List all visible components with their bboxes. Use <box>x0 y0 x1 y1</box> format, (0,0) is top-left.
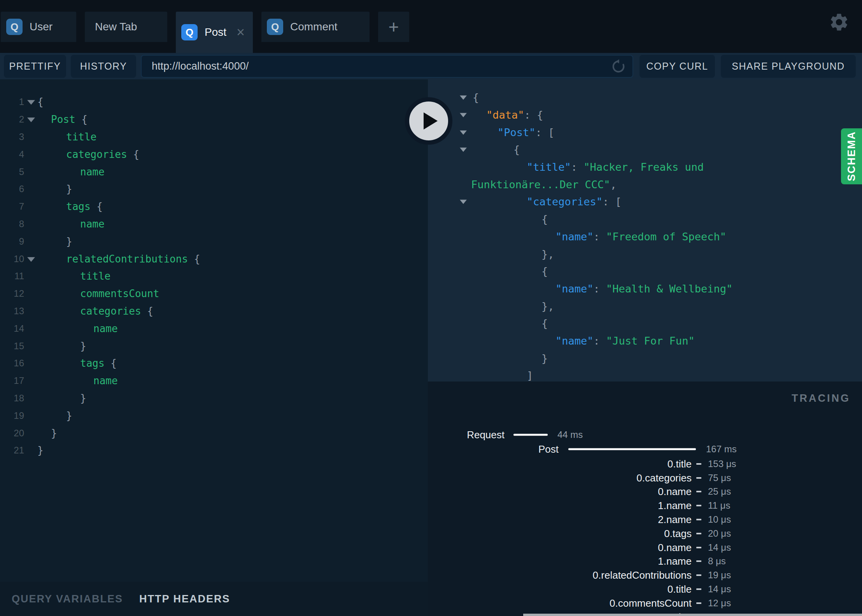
tracing-field-row: 0.name14 μs <box>428 541 862 555</box>
response-line: { <box>428 141 862 158</box>
code-text: Post { <box>51 114 88 125</box>
tracing-field-bar <box>696 574 701 576</box>
tracing-field-label: 0.categories <box>636 472 692 484</box>
tracing-field-duration: 25 μs <box>708 486 731 497</box>
editor-line[interactable]: 3title <box>0 128 428 146</box>
json-text: { <box>541 317 548 329</box>
tracing-field-label: 0.tags <box>664 527 692 539</box>
json-text: "name": "Freedom of Speech" <box>555 230 726 242</box>
fold-arrow-icon[interactable] <box>27 117 35 122</box>
tracing-resolver-duration: 167 ms <box>706 444 737 455</box>
code-text: } <box>80 392 86 404</box>
tab-post[interactable]: QPost× <box>176 12 253 53</box>
tab-comment[interactable]: QComment <box>261 12 370 42</box>
json-text: }, <box>541 300 554 312</box>
tracing-field-bar <box>696 588 701 590</box>
horizontal-scrollbar[interactable] <box>523 614 862 616</box>
tracing-field-row: 0.relatedContributions19 μs <box>428 568 862 582</box>
editor-line[interactable]: 4categories { <box>0 145 428 163</box>
editor-line[interactable]: 6} <box>0 180 428 198</box>
toolbar: PRETTIFY HISTORY COPY CURL SHARE PLAYGRO… <box>0 53 862 79</box>
collapse-arrow-icon[interactable] <box>460 200 467 204</box>
editor-line[interactable]: 5name <box>0 163 428 180</box>
editor-line[interactable]: 12commentsCount <box>0 285 428 303</box>
fold-arrow-icon[interactable] <box>27 257 35 262</box>
query-type-badge: Q <box>181 24 198 40</box>
response-line: } <box>428 349 862 367</box>
line-number: 17 <box>0 375 24 386</box>
collapse-arrow-icon[interactable] <box>460 113 467 117</box>
endpoint-url-bar <box>141 55 633 78</box>
editor-line[interactable]: 15} <box>0 337 428 355</box>
new-tab-button[interactable]: + <box>378 12 409 42</box>
editor-line[interactable]: 2Post { <box>0 111 428 128</box>
collapse-arrow-icon[interactable] <box>460 148 467 152</box>
tracing-field-duration: 75 μs <box>708 472 731 483</box>
query-variables-tab[interactable]: QUERY VARIABLES <box>12 593 123 605</box>
tracing-field-duration: 8 μs <box>708 556 726 567</box>
json-text: { <box>541 265 548 277</box>
line-number: 1 <box>0 96 24 107</box>
schema-side-tab[interactable]: SCHEMA <box>841 128 862 184</box>
editor-line[interactable]: 13categories { <box>0 303 428 320</box>
line-number: 9 <box>0 236 24 247</box>
line-number: 3 <box>0 131 24 142</box>
execute-query-button[interactable] <box>405 97 452 145</box>
code-text: commentsCount <box>80 288 159 299</box>
tracing-field-row: 0.title14 μs <box>428 582 862 596</box>
editor-line[interactable]: 9} <box>0 233 428 250</box>
editor-line[interactable]: 10relatedContributions { <box>0 250 428 268</box>
settings-gear-icon[interactable] <box>829 12 850 33</box>
collapse-arrow-icon[interactable] <box>460 96 467 100</box>
endpoint-url-input[interactable] <box>142 60 611 72</box>
response-line: "categories": [ <box>428 193 862 210</box>
editor-line[interactable]: 21} <box>0 442 428 459</box>
editor-line[interactable]: 1{ <box>0 93 428 111</box>
query-type-badge: Q <box>6 19 23 35</box>
reset-endpoint-icon[interactable] <box>611 59 626 74</box>
tab-new-tab[interactable]: New Tab <box>85 12 167 42</box>
tracing-field-duration: 14 μs <box>708 542 731 553</box>
code-text: } <box>51 427 57 439</box>
editor-line[interactable]: 18} <box>0 390 428 407</box>
tab-user[interactable]: QUser <box>1 12 76 42</box>
json-text: Funktionäre...Der CCC", <box>471 178 617 190</box>
query-editor[interactable]: 1{2Post {3title4categories {5name6}7tags… <box>0 79 428 582</box>
editor-line[interactable]: 14name <box>0 320 428 337</box>
close-tab-icon[interactable]: × <box>237 25 245 39</box>
tab-label: Post <box>205 26 226 38</box>
editor-line[interactable]: 17name <box>0 372 428 390</box>
response-line: { <box>428 89 862 106</box>
copy-curl-button[interactable]: COPY CURL <box>639 55 715 78</box>
tracing-request-bar <box>513 434 548 436</box>
editor-line[interactable]: 16tags { <box>0 355 428 372</box>
prettify-button[interactable]: PRETTIFY <box>4 55 66 78</box>
http-headers-tab[interactable]: HTTP HEADERS <box>139 593 230 605</box>
json-text: }, <box>541 248 554 260</box>
collapse-arrow-icon[interactable] <box>460 130 467 135</box>
code-text: tags { <box>80 357 117 369</box>
response-pane: {"data": {"Post": [{"title": "Hacker, Fr… <box>428 79 862 382</box>
editor-line[interactable]: 8name <box>0 215 428 233</box>
json-text: "Post": [ <box>498 126 554 138</box>
json-text: "name": "Health & Wellbeing" <box>555 282 732 294</box>
tracing-field-bar <box>696 533 701 534</box>
tracing-field-duration: 153 μs <box>708 458 736 469</box>
editor-line[interactable]: 19} <box>0 407 428 424</box>
tracing-field-row: 0.tags20 μs <box>428 527 862 541</box>
editor-line[interactable]: 11title <box>0 268 428 285</box>
share-playground-button[interactable]: SHARE PLAYGROUND <box>721 55 856 78</box>
fold-arrow-icon[interactable] <box>27 100 35 105</box>
history-button[interactable]: HISTORY <box>71 55 136 78</box>
schema-side-tab-label: SCHEMA <box>846 131 858 181</box>
tracing-field-label: 1.name <box>658 500 692 512</box>
code-text: tags { <box>66 201 103 212</box>
response-line: "data": { <box>428 106 862 124</box>
line-number: 4 <box>0 149 24 160</box>
line-number: 8 <box>0 219 24 229</box>
response-line: }, <box>428 245 862 262</box>
query-editor-lines: 1{2Post {3title4categories {5name6}7tags… <box>0 93 428 459</box>
tracing-field-duration: 11 μs <box>708 500 730 511</box>
editor-line[interactable]: 7tags { <box>0 198 428 215</box>
editor-line[interactable]: 20} <box>0 424 428 442</box>
